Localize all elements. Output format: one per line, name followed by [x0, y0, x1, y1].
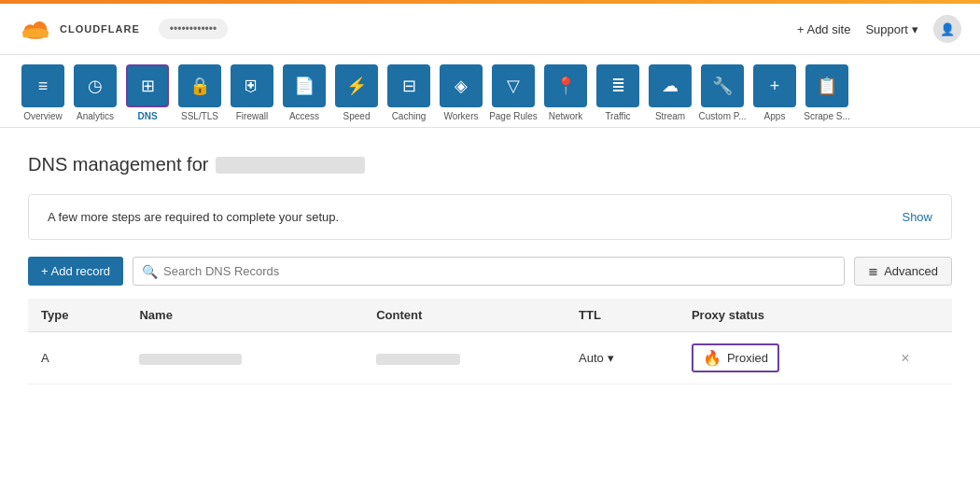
add-site-button[interactable]: + Add site: [797, 22, 850, 36]
domain-pill: ••••••••••••: [159, 19, 228, 39]
setup-banner-text: A few more steps are required to complet…: [48, 210, 339, 224]
nav-item-page-rules[interactable]: ▽Page Rules: [489, 64, 538, 127]
domain-text: ••••••••••••: [170, 22, 217, 35]
setup-banner: A few more steps are required to complet…: [28, 194, 952, 240]
proxy-badge: 🔥Proxied: [692, 343, 779, 372]
col-header-: [888, 299, 952, 332]
nav-label-custom-pages: Custom P...: [699, 111, 747, 127]
custom-pages-icon: 🔧: [701, 64, 744, 107]
scrape-shield-icon: 📋: [805, 64, 848, 107]
proxy-label: Proxied: [727, 351, 768, 365]
header-left: CLOUDFLARE ••••••••••••: [19, 12, 228, 46]
page-title: DNS management for: [28, 154, 952, 175]
nav-item-ssl-tls[interactable]: 🔒SSL/TLS: [175, 64, 224, 127]
nav-label-network: Network: [549, 111, 583, 127]
proxy-flame-icon: 🔥: [703, 349, 721, 367]
cell-proxy-status: 🔥Proxied: [679, 332, 888, 385]
search-container: 🔍: [133, 257, 845, 286]
col-header-content: Content: [363, 299, 566, 332]
caching-icon: ⊟: [387, 64, 430, 107]
toolbar: + Add record 🔍 ≣ Advanced: [28, 257, 952, 286]
support-chevron-icon: ▾: [912, 22, 918, 36]
cell-name: [126, 332, 363, 385]
ttl-chevron-icon: ▾: [608, 351, 614, 365]
workers-icon: ◈: [440, 64, 483, 107]
cell-type: A: [28, 332, 126, 385]
nav-label-stream: Stream: [655, 111, 685, 127]
nav-item-caching[interactable]: ⊟Caching: [385, 64, 433, 127]
col-header-proxy-status: Proxy status: [679, 299, 888, 332]
nav-item-custom-pages[interactable]: 🔧Custom P...: [698, 64, 747, 127]
table-header-row: TypeNameContentTTLProxy status: [28, 299, 952, 332]
cell-delete: ×: [888, 332, 952, 385]
nav-label-access: Access: [289, 111, 319, 127]
analytics-icon: ◷: [74, 64, 117, 107]
stream-icon: ☁: [649, 64, 692, 107]
access-icon: 📄: [283, 64, 326, 107]
cloudflare-logo-icon: [19, 12, 52, 46]
advanced-icon: ≣: [868, 264, 878, 278]
nav-item-traffic[interactable]: ≣Traffic: [594, 64, 642, 127]
header: CLOUDFLARE •••••••••••• + Add site Suppo…: [0, 4, 980, 55]
show-link[interactable]: Show: [902, 210, 932, 224]
add-record-button[interactable]: + Add record: [28, 257, 123, 286]
nav-label-traffic: Traffic: [605, 111, 630, 127]
nav-item-speed[interactable]: ⚡Speed: [332, 64, 381, 127]
user-avatar[interactable]: 👤: [933, 15, 961, 43]
speed-icon: ⚡: [335, 64, 378, 107]
delete-button[interactable]: ×: [901, 350, 909, 367]
cell-content: [363, 332, 566, 385]
support-button[interactable]: Support ▾: [865, 22, 918, 36]
search-input[interactable]: [133, 257, 845, 286]
dns-table: TypeNameContentTTLProxy status AAuto ▾🔥P…: [28, 299, 952, 385]
traffic-icon: ≣: [596, 64, 639, 107]
page-rules-icon: ▽: [492, 64, 535, 107]
nav-label-ssl-tls: SSL/TLS: [181, 111, 218, 127]
advanced-button[interactable]: ≣ Advanced: [854, 257, 952, 286]
nav-label-workers: Workers: [443, 111, 478, 127]
nav-item-stream[interactable]: ☁Stream: [646, 64, 694, 127]
nav-item-overview[interactable]: ≡Overview: [19, 64, 67, 127]
nav-item-scrape-shield[interactable]: 📋Scrape S...: [803, 64, 851, 127]
user-icon: 👤: [940, 22, 955, 36]
nav-label-apps: Apps: [764, 111, 786, 127]
col-header-type: Type: [28, 299, 126, 332]
ttl-value: Auto: [579, 351, 604, 365]
dns-icon: ⊞: [126, 64, 169, 107]
nav-label-dns: DNS: [137, 111, 157, 127]
nav-item-network[interactable]: 📍Network: [541, 64, 590, 127]
logo-text: CLOUDFLARE: [60, 23, 140, 35]
support-label: Support: [865, 22, 908, 36]
logo: CLOUDFLARE: [19, 12, 140, 46]
nav-item-analytics[interactable]: ◷Analytics: [71, 64, 119, 127]
ssl-tls-icon: 🔒: [178, 64, 221, 107]
table-row: AAuto ▾🔥Proxied×: [28, 332, 952, 385]
page-domain-masked: [216, 157, 365, 174]
advanced-label: Advanced: [884, 264, 938, 278]
nav-container: ≡Overview◷Analytics⊞DNS🔒SSL/TLS⛨Firewall…: [0, 55, 980, 128]
col-header-ttl: TTL: [566, 299, 679, 332]
nav-item-apps[interactable]: +Apps: [750, 64, 799, 127]
nav-item-workers[interactable]: ◈Workers: [437, 64, 485, 127]
masked-content: [376, 354, 460, 365]
nav-label-page-rules: Page Rules: [489, 111, 538, 127]
nav-item-access[interactable]: 📄Access: [280, 64, 329, 127]
ttl-select[interactable]: Auto ▾: [579, 351, 665, 365]
firewall-icon: ⛨: [231, 64, 273, 107]
main-content: DNS management for A few more steps are …: [0, 128, 980, 411]
nav-label-analytics: Analytics: [77, 111, 114, 127]
nav-item-dns[interactable]: ⊞DNS: [123, 64, 172, 127]
nav-item-firewall[interactable]: ⛨Firewall: [228, 64, 276, 127]
table-body: AAuto ▾🔥Proxied×: [28, 332, 952, 385]
search-icon: 🔍: [142, 264, 158, 279]
nav-label-caching: Caching: [392, 111, 427, 127]
masked-name: [139, 354, 242, 365]
nav-label-overview: Overview: [23, 111, 63, 127]
apps-icon: +: [753, 64, 796, 107]
nav-label-scrape-shield: Scrape S...: [804, 111, 849, 127]
table-header: TypeNameContentTTLProxy status: [28, 299, 952, 332]
page-title-text: DNS management for: [28, 154, 208, 175]
svg-point-4: [22, 28, 48, 36]
header-right: + Add site Support ▾ 👤: [797, 15, 961, 43]
nav-label-firewall: Firewall: [236, 111, 268, 127]
